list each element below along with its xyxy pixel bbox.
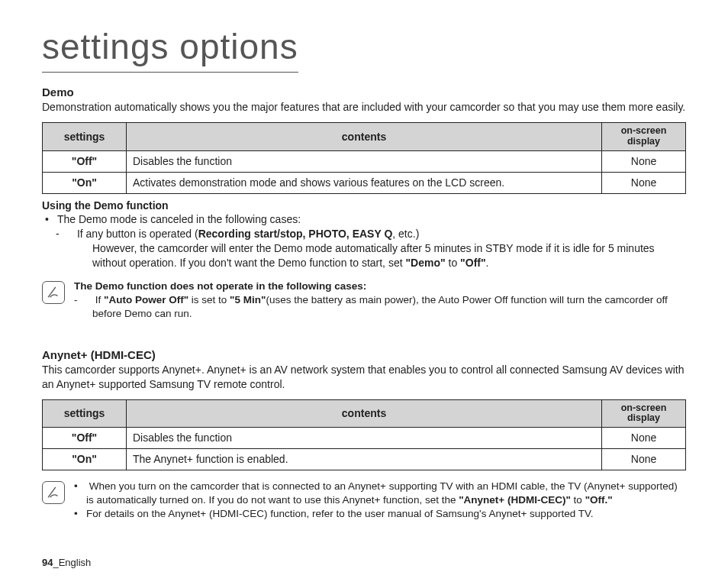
text: However, the camcorder will enter the De… [92, 242, 655, 269]
text: is set to [188, 294, 230, 305]
th-osd: on-screen display [602, 399, 686, 428]
cell-setting: "On" [43, 172, 127, 193]
list-item: The Demo mode is canceled in the followi… [57, 212, 686, 227]
sub-heading-using-demo: Using the Demo function [42, 199, 686, 213]
text-bold: "Anynet+ (HDMI-CEC)" [459, 494, 571, 506]
text-bold: "Off" [460, 257, 486, 269]
heading-demo: Demo [42, 85, 686, 100]
th-contents: contents [127, 123, 602, 151]
page-footer: 94_English [42, 556, 91, 570]
th-osd: on-screen display [602, 123, 686, 151]
cell-osd: None [602, 449, 686, 470]
text-bold: "5 Min" [230, 294, 266, 305]
cell-osd: None [602, 428, 686, 449]
th-contents: contents [127, 399, 602, 428]
cell-setting: "On" [43, 449, 127, 470]
cell-setting: "Off" [43, 428, 127, 449]
heading-anynet: Anynet+ (HDMI-CEC) [42, 347, 686, 363]
bullet-list: The Demo mode is canceled in the followi… [42, 212, 686, 227]
text-bold: "Auto Power Off" [104, 294, 188, 305]
page-lang: _English [53, 557, 91, 568]
text: , etc.) [392, 228, 419, 240]
cell-osd: None [602, 172, 686, 193]
cell-contents: Activates demonstration mode and shows v… [127, 172, 602, 193]
note-title: The Demo function does not operate in th… [74, 280, 686, 293]
table-anynet: settings contents on-screen display "Off… [42, 399, 686, 470]
table-row: "Off" Disables the function None [43, 428, 686, 449]
body-anynet: This camcorder supports Anynet+. Anynet+… [42, 363, 686, 392]
indent-text: However, the camcorder will enter the De… [42, 241, 686, 270]
cell-setting: "Off" [43, 150, 127, 172]
note-block: When you turn on the camcorder that is c… [42, 480, 686, 522]
text-bold: "Demo" [405, 257, 445, 269]
cell-osd: None [602, 150, 686, 172]
table-row: "On" The Anynet+ function is enabled. No… [43, 449, 686, 470]
list-item: If any button is operated (Recording sta… [74, 227, 686, 241]
table-row: "On" Activates demonstration mode and sh… [43, 172, 686, 193]
page-number: 94 [42, 557, 53, 568]
cell-contents: Disables the function [127, 150, 602, 172]
note-text: The Demo function does not operate in th… [74, 280, 686, 322]
th-settings: settings [43, 123, 127, 151]
table-row: "Off" Disables the function None [43, 150, 686, 172]
text: to [571, 494, 585, 506]
text-bold: "Off." [585, 494, 613, 506]
cell-contents: Disables the function [127, 428, 602, 449]
table-demo: settings contents on-screen display "Off… [42, 122, 686, 193]
list-item: For details on the Anynet+ (HDMI-CEC) fu… [86, 507, 686, 521]
body-demo: Demonstration automatically shows you th… [42, 100, 686, 115]
text: to [446, 257, 460, 269]
note-icon [42, 281, 65, 304]
cell-contents: The Anynet+ function is enabled. [127, 449, 602, 470]
text: If [95, 294, 104, 305]
text: . [486, 257, 489, 269]
note-icon [42, 481, 65, 504]
dash-list: If any button is operated (Recording sta… [42, 227, 686, 241]
note-block: The Demo function does not operate in th… [42, 280, 686, 322]
list-item: If "Auto Power Off" is set to "5 Min"(us… [92, 293, 686, 321]
list-item: When you turn on the camcorder that is c… [86, 480, 686, 507]
th-settings: settings [43, 399, 127, 428]
text-bold: Recording start/stop, PHOTO, EASY Q [198, 228, 393, 240]
page-title: settings options [42, 23, 298, 73]
note-text: When you turn on the camcorder that is c… [74, 480, 686, 522]
text: If any button is operated ( [77, 228, 198, 240]
